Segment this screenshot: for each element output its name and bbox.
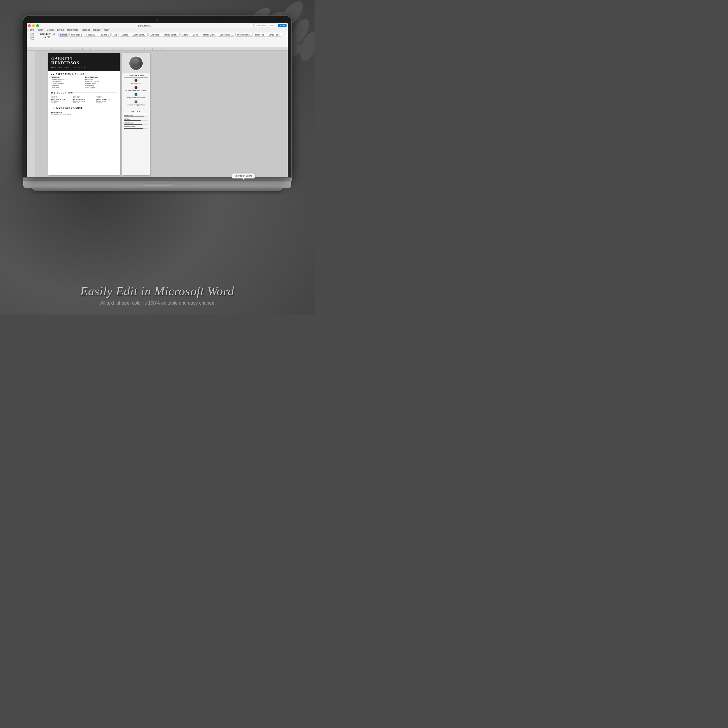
education-timeline: 2005-2009 MASTER OF DESIGN Yale Universi…: [48, 96, 120, 105]
skill-track-indesign: [124, 124, 148, 125]
menu-view[interactable]: View: [104, 29, 109, 31]
style-intense-quote[interactable]: Intense Quote: [201, 33, 217, 37]
underline-btn[interactable]: U: [48, 35, 50, 38]
ribbon-styles: Normal No Spacing Heading 1 Heading 2 Ti…: [58, 33, 286, 37]
education-section: 🎓 ▶ EDUCATION: [48, 90, 120, 96]
style-quote[interactable]: Quote: [191, 33, 200, 37]
skill-fill-msword: [124, 120, 141, 121]
edu-item-3: 2011-2016 MASTER COMPLETE California Ins…: [96, 96, 117, 103]
minimize-btn[interactable]: [32, 24, 35, 27]
menu-insert[interactable]: Insert: [38, 29, 43, 31]
bottom-text-area: Easily Edit in Microsoft Word All text, …: [0, 284, 315, 306]
skill-bar-indesign: Adobe Indesign: [124, 122, 148, 125]
word-title-bar: Document1 🔍 Search in Document Share: [27, 23, 288, 28]
contact-phone-item: 📞 +60248593152: [124, 79, 148, 84]
skill-track-msword: [124, 120, 148, 121]
style-emphasis[interactable]: Emphasis: [148, 33, 161, 37]
left-margin: [37, 53, 46, 175]
personal-skills-col: PERSONAL Time Management Self-motivation…: [50, 76, 83, 89]
ms-word-tooltip: Microsoft Word: [232, 173, 255, 179]
style-normal[interactable]: Normal: [58, 33, 69, 37]
main-tagline: Easily Edit in Microsoft Word: [0, 284, 315, 298]
laptop-base: [23, 181, 291, 188]
style-intense-ref[interactable]: Intense Refer...: [235, 33, 252, 37]
style-heading1[interactable]: Heading 1: [84, 33, 97, 37]
contact-website: www.yourwebsitename.com: [124, 97, 148, 99]
style-subtle-emph[interactable]: Subtle Emph...: [131, 33, 148, 37]
style-no-spacing[interactable]: No Spacing: [69, 33, 83, 37]
word-menu-bar: Home Insert Design Layout References Mai…: [27, 28, 288, 32]
svg-point-8: [132, 64, 140, 70]
laptop-screen: Document1 🔍 Search in Document Share Hom…: [23, 16, 291, 177]
document-content: GARRETT HENDERSON WEB DESIGN & DEVELOPER…: [27, 50, 288, 177]
font-name[interactable]: Calibri (Body) 12: [40, 33, 55, 35]
close-btn[interactable]: [28, 24, 31, 27]
style-heading2[interactable]: Heading 2: [98, 33, 111, 37]
share-button[interactable]: Share: [278, 24, 286, 27]
skills-title: EXPERTIES & SKILLS: [56, 73, 85, 75]
menu-home[interactable]: Home: [29, 29, 34, 31]
style-subtle-ref[interactable]: Subtle Refer...: [218, 33, 234, 37]
search-icon: 🔍: [252, 24, 255, 27]
work-title-row: ✂ ▶ WORK EXPERIENCE: [50, 107, 117, 109]
sub-tagline: All text, shape, color is 100% editable …: [0, 301, 315, 306]
font-name-text: Calibri (Body): [40, 33, 51, 35]
contact-title: CONTACT ME: [124, 75, 148, 78]
style-intense-emph[interactable]: Intense Emph...: [162, 33, 180, 37]
skills-columns: PERSONAL Time Management Self-motivation…: [50, 76, 117, 89]
work-title: WORK EXPERIENCE: [56, 107, 83, 109]
style-book-title[interactable]: Book Title: [254, 33, 266, 37]
skills-title-row: ● ▶ EXPERTIES & SKILLS: [50, 73, 117, 75]
professional-label: PROFESSIONAL: [85, 76, 118, 78]
styles-pane[interactable]: Styles Pane: [267, 33, 281, 37]
skill-computer-language: Computer Language: [85, 81, 118, 83]
bold-btn[interactable]: B: [44, 35, 46, 38]
maximize-btn[interactable]: [36, 24, 39, 27]
resume-main-page: GARRETT HENDERSON WEB DESIGN & DEVELOPER…: [48, 53, 120, 175]
menu-design[interactable]: Design: [47, 29, 54, 31]
laptop-camera: [156, 20, 158, 21]
edu-gpa-1: GPA: 4.90: [50, 102, 72, 103]
profile-photo-area: [122, 53, 150, 73]
document-title: Document1: [39, 24, 251, 27]
location-icon: 📍: [135, 86, 138, 89]
menu-references[interactable]: References: [67, 29, 78, 31]
style-strong[interactable]: Strong: [180, 33, 190, 37]
skill-track-photoshop: [124, 128, 148, 129]
contact-info: CONTACT ME 📞 +60248593152 📍 570,Jones cl…: [122, 73, 150, 109]
resume-job-title: WEB DESIGN & DEVELOPER: [51, 67, 117, 69]
work-arrow-icon: ▶: [54, 107, 55, 109]
skill-leadership: Leadership: [50, 85, 83, 87]
style-subtitle[interactable]: Subtitle: [120, 33, 130, 37]
italic-btn[interactable]: I: [47, 35, 47, 38]
skill-self-motivation: Self-motivation: [50, 81, 83, 83]
edu-arrow-icon: ▶: [55, 92, 56, 94]
font-format-row: B I U: [44, 35, 50, 38]
professional-skills-col: PROFESSIONAL Accounting Computer Languag…: [85, 76, 118, 89]
search-bar[interactable]: 🔍 Search in Document: [251, 24, 276, 28]
trackpad[interactable]: [143, 183, 172, 186]
work-divider: [84, 108, 117, 108]
edu-gpa-2: GPA: 3.00: [73, 102, 95, 103]
personal-label: PERSONAL: [50, 76, 83, 78]
ruler: | | | | | | | | | | | | | | | | | |: [27, 47, 288, 50]
edu-year-1: 2005-2009: [50, 96, 72, 98]
edu-divider: [74, 93, 117, 93]
menu-mailings[interactable]: Mailings: [82, 29, 90, 31]
style-title[interactable]: Title: [112, 33, 119, 37]
resume-header: GARRETT HENDERSON WEB DESIGN & DEVELOPER: [48, 53, 120, 71]
skill-copywriting: Copywriting: [85, 85, 118, 87]
svg-point-9: [134, 61, 138, 64]
ruler-marks: | | | | | | | | | | | | | | | | | |: [28, 48, 164, 50]
profile-avatar-svg: [129, 56, 143, 70]
skill-conflict-resolution: Conflict Resolution: [50, 83, 83, 85]
contact-address-item: 📍 570,Jones clinton tower, Australia.: [124, 86, 148, 92]
menu-review[interactable]: Review: [93, 29, 101, 31]
skill-team-work: Team Work: [50, 87, 83, 89]
paste-icon[interactable]: 📋: [30, 33, 35, 38]
menu-layout[interactable]: Layout: [57, 29, 64, 31]
skill-fill-indesign: [124, 124, 142, 125]
contact-address: 570,Jones clinton tower, Australia.: [124, 90, 148, 92]
work-icon: ✂: [50, 107, 52, 109]
resume-name: GARRETT HENDERSON: [51, 57, 117, 66]
